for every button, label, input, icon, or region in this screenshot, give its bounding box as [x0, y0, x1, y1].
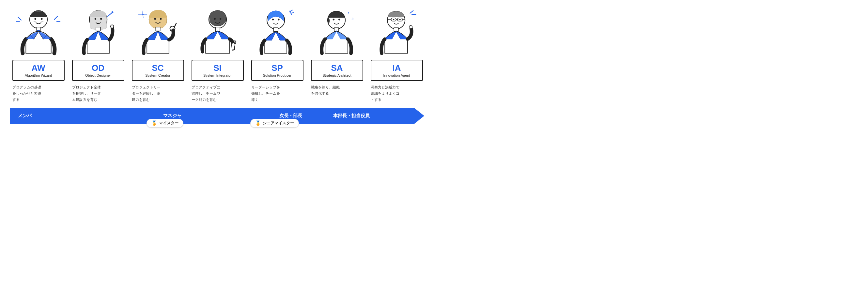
label-box-sp: SP Solution Producer	[251, 60, 304, 81]
bar-label-honbucho: 本部長・担当役員	[333, 113, 370, 119]
label-box-sa: SA Strategic Architect	[311, 60, 363, 81]
fullname-si: System Integrator	[197, 73, 238, 78]
svg-line-8	[108, 13, 112, 16]
avatar-sc	[133, 6, 182, 57]
label-box-aw: AW Algorithm Wizard	[12, 60, 65, 81]
desc-ia: 洞察力と決断力で 組織をよりよくコ トする	[371, 84, 423, 102]
label-box-ia: IA Innovation Agent	[371, 60, 423, 81]
bar-label-manager: マネジャ	[163, 113, 181, 119]
label-box-sc: SC System Creator	[132, 60, 184, 81]
svg-point-38	[338, 19, 340, 20]
svg-line-2	[54, 16, 57, 20]
svg-line-40	[410, 10, 413, 13]
svg-point-48	[393, 19, 394, 20]
svg-point-9	[111, 11, 113, 13]
abbr-od: OD	[78, 63, 119, 73]
svg-point-19	[154, 18, 156, 20]
svg-rect-13	[96, 27, 100, 31]
avatar-od	[74, 6, 123, 57]
svg-text:♪: ♪	[347, 10, 349, 15]
abbr-si: SI	[197, 63, 238, 73]
fullname-ia: Innovation Agent	[377, 73, 417, 78]
svg-point-20	[160, 18, 161, 20]
label-box-si: SI System Integrator	[191, 60, 244, 81]
bar-label-jichobucho: 次長・部長	[279, 113, 302, 119]
card-sa: ♪ ♫	[308, 6, 366, 97]
senior-meister-label: シニアマイスター	[263, 120, 294, 126]
page-container: AW Algorithm Wizard プログラムの基礎 をしっかりと習得 する	[0, 0, 434, 136]
card-sc: SC System Creator プロジェクトリー ダーを経験し、個 建力を育…	[129, 6, 186, 103]
avatar-sa: ♪ ♫	[313, 6, 362, 57]
avatar-aw	[14, 6, 63, 57]
svg-text:♫: ♫	[351, 16, 353, 20]
label-box-od: OD Object Designer	[72, 60, 124, 81]
senior-meister-icon: 🏅	[255, 120, 261, 126]
fullname-sa: Strategic Architect	[317, 73, 357, 78]
cards-row: AW Algorithm Wizard プログラムの基礎 をしっかりと習得 する	[10, 6, 424, 103]
fullname-sp: Solution Producer	[257, 73, 298, 78]
svg-rect-21	[156, 27, 160, 31]
svg-rect-33	[274, 27, 278, 31]
abbr-sp: SP	[257, 63, 298, 73]
svg-point-37	[333, 19, 334, 20]
fullname-sc: System Creator	[138, 73, 178, 78]
svg-line-0	[18, 17, 21, 20]
card-si: SI System Integrator プロアクティブに 管理し、チームワ ー…	[189, 6, 246, 103]
meister-label: マイスター	[159, 120, 179, 126]
card-ia: IA Innovation Agent 洞察力と決断力で 組織をよりよくコ トす…	[368, 6, 425, 103]
badge-senior-meister: 🏅 シニアマイスター	[250, 119, 299, 128]
abbr-ia: IA	[377, 63, 417, 73]
svg-point-49	[399, 19, 400, 20]
desc-sc: プロジェクトリー ダーを経験し、個 建力を育む	[132, 84, 184, 102]
avatar-sp	[253, 6, 302, 57]
bar-labels: メンバ マネジャ 次長・部長 本部長・担当役員	[10, 108, 424, 124]
svg-point-14	[110, 25, 114, 28]
fullname-aw: Algorithm Wizard	[18, 73, 59, 78]
abbr-sa: SA	[317, 63, 357, 73]
svg-point-5	[34, 18, 36, 20]
svg-point-11	[94, 18, 96, 20]
bar-label-member: メンバ	[18, 113, 32, 119]
card-aw: AW Algorithm Wizard プログラムの基礎 をしっかりと習得 する	[10, 6, 67, 103]
card-sp: SP Solution Producer リーダーシップを 発揮し、チームを 導…	[249, 6, 306, 103]
avatar-ia	[372, 6, 421, 57]
fullname-od: Object Designer	[78, 73, 119, 78]
svg-point-24	[214, 18, 215, 20]
desc-od: プロジェクト全体 を把握し、リーダ ム建設力を育む	[72, 84, 124, 102]
desc-si: プロアクティブに 管理し、チームワ ーク能力を育む	[191, 84, 244, 102]
abbr-sc: SC	[138, 63, 178, 73]
svg-point-25	[220, 18, 221, 20]
desc-sp: リーダーシップを 発揮し、チームを 導く	[251, 84, 304, 102]
desc-sa: 戦略を練り、組織 を強化する	[311, 84, 363, 96]
svg-point-51	[409, 26, 412, 29]
svg-point-31	[272, 19, 274, 20]
desc-aw: プログラムの基礎 をしっかりと習得 する	[12, 84, 65, 102]
avatar-si	[193, 6, 242, 57]
svg-point-6	[40, 18, 42, 20]
bottom-bar-container: メンバ マネジャ 次長・部長 本部長・担当役員 🏅 マイスター 🏅 シニアマイス…	[10, 108, 424, 126]
meister-icon: 🏅	[151, 120, 157, 126]
card-od: OD Object Designer プロジェクト全体 を把握し、リーダ ム建設…	[69, 6, 127, 103]
abbr-aw: AW	[18, 63, 59, 73]
badge-meister: 🏅 マイスター	[147, 119, 183, 128]
svg-point-32	[278, 19, 279, 20]
svg-point-12	[100, 18, 102, 20]
